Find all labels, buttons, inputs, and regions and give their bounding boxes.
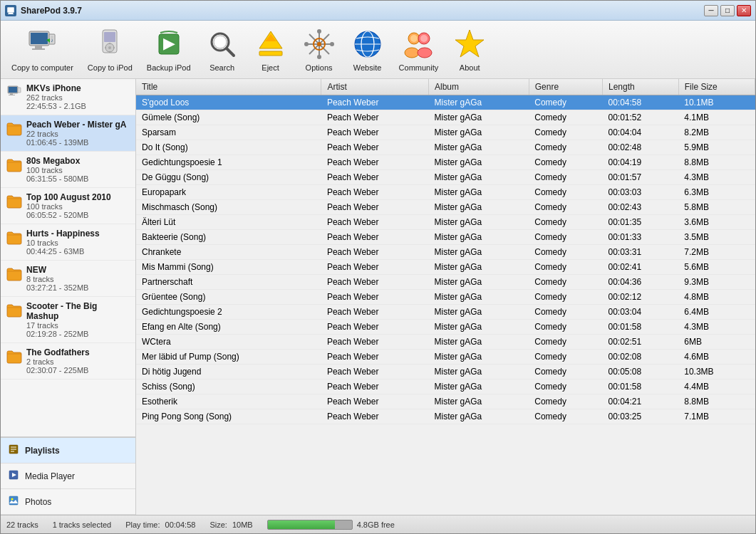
- table-row[interactable]: Ping Pong Song (Song)Peach WeberMister g…: [136, 409, 755, 424]
- genre-cell: Comedy: [529, 320, 602, 335]
- table-row[interactable]: Gedichtungspoesie 1Peach WeberMister gAG…: [136, 155, 755, 170]
- sidebar-footer-photos[interactable]: Photos: [1, 489, 135, 515]
- column-header-file-size[interactable]: File Size: [678, 79, 755, 95]
- album-cell: Mister gAGa: [429, 245, 529, 260]
- table-row[interactable]: ChranketePeach WeberMister gAGaComedy00:…: [136, 245, 755, 260]
- copy-to-computer-label: Copy to computer: [11, 63, 73, 72]
- folder-icon: [6, 121, 22, 140]
- table-row[interactable]: Älteri LütPeach WeberMister gAGaComedy00…: [136, 215, 755, 230]
- svg-point-13: [108, 46, 111, 49]
- length-cell: 00:02:12: [602, 290, 678, 305]
- search-button[interactable]: Search: [199, 23, 246, 75]
- website-button[interactable]: Website: [344, 23, 391, 75]
- length-cell: 00:01:58: [602, 379, 678, 394]
- table-row[interactable]: PartnerschaftPeach WeberMister gAGaComed…: [136, 275, 755, 290]
- sidebar-item-new[interactable]: NEW8 tracks03:27:21 - 352MB: [1, 261, 135, 297]
- title-cell: Do It (Song): [136, 140, 321, 155]
- svg-point-17: [214, 36, 227, 48]
- table-body: S'good LoosPeach WeberMister gAGaComedy0…: [136, 95, 755, 424]
- table-row[interactable]: Gümele (Song)Peach WeberMister gAGaComed…: [136, 110, 755, 125]
- table-row[interactable]: Mis Mammi (Song)Peach WeberMister gAGaCo…: [136, 260, 755, 275]
- track-table[interactable]: TitleArtistAlbumGenreLengthFile Size S'g…: [136, 79, 755, 515]
- table-row[interactable]: De Güggu (Song)Peach WeberMister gAGaCom…: [136, 170, 755, 185]
- svg-rect-2: [8, 14, 14, 14]
- title-cell: Ping Pong Song (Song): [136, 409, 321, 424]
- title-cell: Mis Mammi (Song): [136, 260, 321, 275]
- column-header-album[interactable]: Album: [429, 79, 529, 95]
- table-row[interactable]: Grüentee (Song)Peach WeberMister gAGaCom…: [136, 290, 755, 305]
- sidebar-item-hurts[interactable]: Hurts - Happiness10 tracks00:44:25 - 63M…: [1, 224, 135, 261]
- backup-ipod-label: Backup iPod: [147, 63, 191, 72]
- album-cell: Mister gAGa: [429, 290, 529, 305]
- genre-cell: Comedy: [529, 365, 602, 379]
- storage-bar: 4.8GB free: [267, 520, 750, 530]
- device-icon: [6, 85, 22, 104]
- svg-line-18: [227, 48, 234, 56]
- table-row[interactable]: WCteraPeach WeberMister gAGaComedy00:02:…: [136, 335, 755, 350]
- sidebar-item-peach-weber[interactable]: Peach Weber - Mister gA22 tracks01:06:45…: [1, 115, 135, 152]
- website-label: Website: [353, 63, 382, 72]
- sidebar-footer-playlists[interactable]: Playlists: [1, 438, 135, 464]
- community-label: Community: [399, 63, 439, 72]
- playlist-meta: 8 tracks03:27:21 - 352MB: [26, 275, 88, 292]
- table-row[interactable]: SparsamPeach WeberMister gAGaComedy00:04…: [136, 125, 755, 140]
- close-button[interactable]: ✕: [737, 5, 751, 16]
- copy-to-computer-button[interactable]: ♪ Copy to computer: [5, 23, 80, 75]
- column-header-length[interactable]: Length: [602, 79, 678, 95]
- table-row[interactable]: Schiss (Song)Peach WeberMister gAGaComed…: [136, 379, 755, 394]
- genre-cell: Comedy: [529, 290, 602, 305]
- artist-cell: Peach Weber: [321, 140, 429, 155]
- selection-count: 1 tracks selected: [53, 520, 112, 529]
- main-area: MKVs iPhone262 tracks22:45:53 - 2.1GBPea…: [1, 79, 755, 515]
- table-row[interactable]: Efang en Alte (Song)Peach WeberMister gA…: [136, 320, 755, 335]
- options-button[interactable]: Options: [296, 23, 343, 75]
- genre-cell: Comedy: [529, 335, 602, 350]
- genre-cell: Comedy: [529, 140, 602, 155]
- column-header-genre[interactable]: Genre: [529, 79, 602, 95]
- sidebar-items: MKVs iPhone262 tracks22:45:53 - 2.1GBPea…: [1, 79, 135, 379]
- table-row[interactable]: Bakteerie (Song)Peach WeberMister gAGaCo…: [136, 230, 755, 245]
- table-row[interactable]: Mer läbid uf Pump (Song)Peach WeberMiste…: [136, 350, 755, 365]
- playlist-info: The Godfathers2 tracks02:30:07 - 225MB: [26, 347, 90, 375]
- restore-button[interactable]: □: [720, 5, 735, 16]
- length-cell: 00:02:51: [602, 335, 678, 350]
- minimize-button[interactable]: ─: [704, 5, 718, 16]
- storage-track: [267, 520, 353, 530]
- length-cell: 00:04:36: [602, 275, 678, 290]
- table-row[interactable]: Mischmasch (Song)Peach WeberMister gAGaC…: [136, 200, 755, 215]
- svg-rect-6: [32, 48, 45, 50]
- table-row[interactable]: EsotherikPeach WeberMister gAGaComedy00:…: [136, 394, 755, 409]
- size-cell: 5.6MB: [678, 260, 755, 275]
- backup-ipod-button[interactable]: ▶ Backup iPod: [140, 23, 197, 75]
- about-button[interactable]: About: [446, 23, 493, 75]
- sidebar-item-mkvs-iphone[interactable]: MKVs iPhone262 tracks22:45:53 - 2.1GB: [1, 79, 135, 115]
- app-icon: [5, 5, 16, 16]
- community-button[interactable]: Community: [393, 23, 445, 75]
- sidebar-item-scooter[interactable]: Scooter - The Big Mashup17 tracks02:19:2…: [1, 297, 135, 343]
- eject-button[interactable]: Eject: [247, 23, 294, 75]
- size-cell: 4.6MB: [678, 350, 755, 365]
- sidebar-item-80s-megabox[interactable]: 80s Megabox100 tracks06:31:55 - 580MB: [1, 152, 135, 188]
- table-row[interactable]: S'good LoosPeach WeberMister gAGaComedy0…: [136, 95, 755, 110]
- sidebar-item-top-100[interactable]: Top 100 August 2010100 tracks06:05:52 - …: [1, 188, 135, 224]
- table-row[interactable]: Gedichtungspoesie 2Peach WeberMister gAG…: [136, 305, 755, 320]
- artist-cell: Peach Weber: [321, 394, 429, 409]
- column-header-title[interactable]: Title: [136, 79, 321, 95]
- table-row[interactable]: EuropaparkPeach WeberMister gAGaComedy00…: [136, 185, 755, 200]
- sidebar-item-godfathers[interactable]: The Godfathers2 tracks02:30:07 - 225MB: [1, 343, 135, 379]
- footer-item-label: Media Player: [25, 471, 75, 481]
- table-row[interactable]: Do It (Song)Peach WeberMister gAGaComedy…: [136, 140, 755, 155]
- album-cell: Mister gAGa: [429, 379, 529, 394]
- column-header-artist[interactable]: Artist: [321, 79, 429, 95]
- copy-to-ipod-button[interactable]: Copy to iPod: [81, 23, 139, 75]
- playlist-name: 80s Megabox: [26, 156, 88, 166]
- svg-rect-20: [259, 51, 282, 56]
- genre-cell: Comedy: [529, 215, 602, 230]
- artist-cell: Peach Weber: [321, 125, 429, 140]
- playlist-info: Peach Weber - Mister gA22 tracks01:06:45…: [26, 120, 126, 147]
- album-cell: Mister gAGa: [429, 350, 529, 365]
- size-cell: 6.3MB: [678, 185, 755, 200]
- sidebar-footer-media-player[interactable]: Media Player: [1, 464, 135, 489]
- table-row[interactable]: Di hötig JugendPeach WeberMister gAGaCom…: [136, 365, 755, 379]
- title-cell: Grüentee (Song): [136, 290, 321, 305]
